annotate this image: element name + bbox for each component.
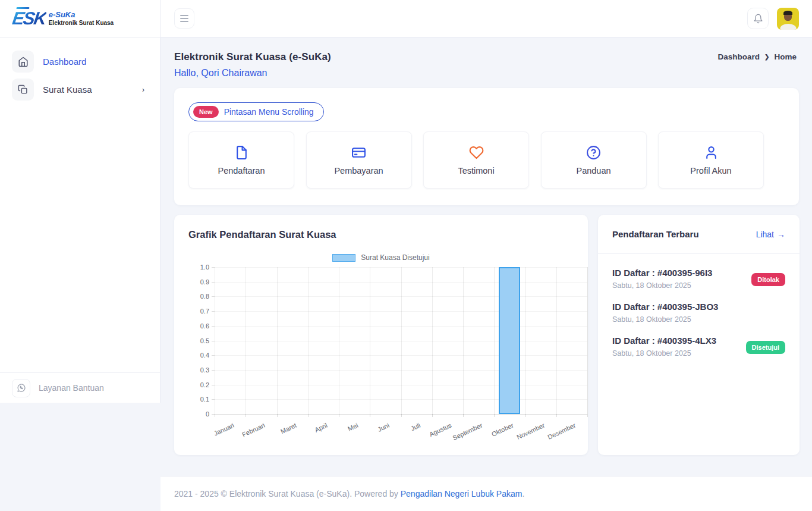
- legend-swatch: [332, 254, 355, 262]
- user-icon: [704, 145, 719, 160]
- page-header: Elektronik Surat Kuasa (e-SuKa) Hallo, Q…: [160, 37, 812, 88]
- chart-legend[interactable]: Surat Kuasa Disetujui: [188, 253, 574, 262]
- shortcut-panduan[interactable]: Panduan: [541, 131, 647, 189]
- y-axis-tick: 0.7: [200, 308, 209, 315]
- top-navbar: [160, 0, 812, 37]
- user-greeting: Hallo, Qori Chairawan: [174, 68, 799, 79]
- sidebar-toggle-button[interactable]: [174, 8, 194, 29]
- x-axis-tick: Mei: [347, 422, 360, 432]
- breadcrumb: Dashboard ❯ Home: [718, 52, 797, 61]
- y-axis-tick: 0.9: [200, 278, 209, 286]
- shortcut-pembayaran[interactable]: Pembayaran: [306, 131, 412, 189]
- registration-list-item[interactable]: ID Daftar : #400395-JBO3 Sabtu, 18 Oktob…: [612, 302, 785, 324]
- legend-label: Surat Kuasa Disetujui: [361, 253, 429, 262]
- sidebar-menu: Dashboard Surat Kuasa ›: [0, 37, 160, 101]
- x-axis-tick: November: [515, 422, 546, 441]
- registration-list-item[interactable]: ID Daftar : #400395-96I3 Sabtu, 18 Oktob…: [612, 268, 785, 290]
- sidebar-item-label: Dashboard: [43, 57, 86, 67]
- shortcut-pendaftaran[interactable]: Pendaftaran: [188, 131, 294, 189]
- x-axis-tick: Juni: [377, 422, 391, 433]
- sidebar-item-surat-kuasa[interactable]: Surat Kuasa ›: [8, 79, 152, 101]
- view-all-link[interactable]: Lihat →: [756, 230, 785, 239]
- hamburger-icon: [180, 15, 188, 16]
- sidebar-item-dashboard[interactable]: Dashboard: [8, 51, 152, 73]
- file-icon: [234, 145, 249, 160]
- sidebar-item-label: Surat Kuasa: [43, 84, 92, 95]
- x-axis-tick: Agustus: [428, 422, 452, 438]
- x-axis-tick: Maret: [279, 422, 298, 435]
- x-axis-tick: Oktober: [490, 422, 515, 438]
- arrow-right-icon: →: [777, 230, 785, 239]
- x-axis-tick: April: [313, 422, 328, 434]
- y-axis-tick: 0.5: [200, 337, 209, 344]
- shortcut-profil-akun[interactable]: Profil Akun: [658, 131, 764, 189]
- y-axis-tick: 0: [206, 410, 209, 418]
- bell-icon: [753, 14, 763, 24]
- app-logo[interactable]: ESK e-SuKa Elektronik Surat Kuasa: [0, 0, 160, 37]
- chevron-right-icon: ❯: [764, 54, 769, 60]
- shortcut-scroll-button[interactable]: New Pintasan Menu Scrolling: [188, 102, 324, 121]
- bar-Oktober[interactable]: [499, 267, 520, 414]
- page-title: Elektronik Surat Kuasa (e-SuKa): [174, 51, 799, 63]
- x-axis-tick: Desember: [546, 422, 577, 441]
- home-icon: [18, 57, 29, 67]
- y-axis-tick: 0.2: [200, 381, 209, 388]
- y-axis-tick: 1.0: [200, 264, 209, 271]
- help-label: Layanan Bantuan: [39, 383, 104, 393]
- shortcut-row: Pendaftaran Pembayaran Testimoni Panduan…: [188, 131, 785, 189]
- chevron-right-icon: ›: [142, 86, 144, 94]
- status-badge-rejected: Ditolak: [751, 273, 785, 286]
- x-axis-tick: Februari: [241, 422, 266, 438]
- status-badge-approved: Disetujui: [746, 341, 785, 354]
- y-axis-tick: 0.1: [200, 396, 209, 403]
- footer: 2021 - 2025 © Elektronik Surat Kuasa (e-…: [160, 476, 812, 511]
- y-axis-tick: 0.4: [200, 352, 209, 359]
- sidebar: ESK e-SuKa Elektronik Surat Kuasa Dashbo…: [0, 0, 160, 403]
- breadcrumb-home: Home: [774, 52, 797, 61]
- chart-card: Grafik Pendaftaran Surat Kuasa Surat Kua…: [174, 215, 588, 455]
- bar-chart-plot: 1.00.90.80.70.60.50.40.30.20.10JanuariFe…: [215, 267, 587, 414]
- user-avatar[interactable]: [777, 8, 799, 30]
- recent-registrations-card: Pendaftaran Terbaru Lihat → ID Daftar : …: [598, 215, 800, 455]
- breadcrumb-dashboard[interactable]: Dashboard: [718, 52, 760, 61]
- main-content: Elektronik Surat Kuasa (e-SuKa) Hallo, Q…: [160, 37, 812, 88]
- registration-list-item[interactable]: ID Daftar : #400395-4LX3 Sabtu, 18 Oktob…: [612, 336, 785, 358]
- sidebar-item-help[interactable]: Layanan Bantuan: [0, 372, 160, 403]
- y-axis-tick: 0.3: [200, 366, 209, 374]
- document-icon: [18, 84, 28, 95]
- heart-icon: [469, 145, 484, 160]
- footer-link[interactable]: Pengadilan Negeri Lubuk Pakam: [401, 489, 523, 499]
- x-axis-tick: Juli: [410, 422, 421, 432]
- new-badge: New: [193, 106, 219, 118]
- y-axis-tick: 0.8: [200, 293, 209, 300]
- logo-mark: ESK: [11, 10, 47, 27]
- credit-card-icon: [351, 145, 366, 160]
- x-axis-tick: Januari: [213, 422, 235, 437]
- help-circle-icon: [586, 145, 601, 160]
- footer-text: 2021 - 2025 © Elektronik Surat Kuasa (e-…: [174, 489, 524, 499]
- logo-subtitle: Elektronik Surat Kuasa: [49, 20, 114, 27]
- notifications-button[interactable]: [747, 8, 769, 29]
- y-axis-tick: 0.6: [200, 322, 209, 330]
- whatsapp-icon: [17, 383, 26, 393]
- recent-card-title: Pendaftaran Terbaru: [612, 229, 699, 239]
- x-axis-tick: September: [452, 422, 484, 442]
- shortcut-testimoni[interactable]: Testimoni: [423, 131, 529, 189]
- shortcuts-card: New Pintasan Menu Scrolling Pendaftaran …: [174, 88, 799, 205]
- logo-app-name: e-SuKa: [49, 11, 114, 20]
- chart-title: Grafik Pendaftaran Surat Kuasa: [188, 229, 574, 240]
